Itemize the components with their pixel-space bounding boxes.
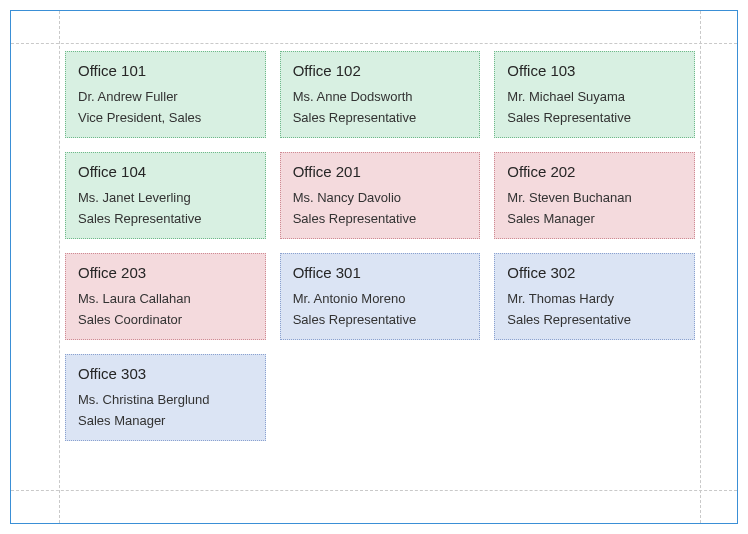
office-card: Office 302 Mr. Thomas Hardy Sales Repres… [494,253,695,340]
person-name: Ms. Christina Berglund [78,392,253,407]
person-role: Sales Representative [78,211,253,226]
office-card: Office 303 Ms. Christina Berglund Sales … [65,354,266,441]
office-card: Office 202 Mr. Steven Buchanan Sales Man… [494,152,695,239]
report-page: Office 101 Dr. Andrew Fuller Vice Presid… [10,10,738,524]
office-number: Office 101 [78,62,253,79]
office-number: Office 301 [293,264,468,281]
person-role: Sales Manager [78,413,253,428]
person-name: Dr. Andrew Fuller [78,89,253,104]
margin-guide-bottom [11,490,737,491]
person-role: Sales Representative [293,110,468,125]
office-number: Office 203 [78,264,253,281]
office-card: Office 301 Mr. Antonio Moreno Sales Repr… [280,253,481,340]
person-role: Sales Coordinator [78,312,253,327]
office-number: Office 303 [78,365,253,382]
person-role: Sales Representative [507,110,682,125]
person-name: Ms. Anne Dodsworth [293,89,468,104]
person-name: Ms. Laura Callahan [78,291,253,306]
office-number: Office 103 [507,62,682,79]
person-name: Mr. Antonio Moreno [293,291,468,306]
office-number: Office 302 [507,264,682,281]
person-name: Mr. Thomas Hardy [507,291,682,306]
office-card: Office 102 Ms. Anne Dodsworth Sales Repr… [280,51,481,138]
person-role: Sales Representative [507,312,682,327]
office-number: Office 102 [293,62,468,79]
office-card: Office 101 Dr. Andrew Fuller Vice Presid… [65,51,266,138]
person-name: Mr. Michael Suyama [507,89,682,104]
cards-grid: Office 101 Dr. Andrew Fuller Vice Presid… [65,51,695,441]
person-role: Sales Manager [507,211,682,226]
office-number: Office 201 [293,163,468,180]
office-number: Office 202 [507,163,682,180]
person-name: Ms. Nancy Davolio [293,190,468,205]
person-name: Ms. Janet Leverling [78,190,253,205]
person-role: Vice President, Sales [78,110,253,125]
margin-guide-right [700,11,701,523]
person-name: Mr. Steven Buchanan [507,190,682,205]
office-card: Office 104 Ms. Janet Leverling Sales Rep… [65,152,266,239]
office-card: Office 201 Ms. Nancy Davolio Sales Repre… [280,152,481,239]
office-number: Office 104 [78,163,253,180]
person-role: Sales Representative [293,211,468,226]
person-role: Sales Representative [293,312,468,327]
margin-guide-top [11,43,737,44]
office-card: Office 203 Ms. Laura Callahan Sales Coor… [65,253,266,340]
office-card: Office 103 Mr. Michael Suyama Sales Repr… [494,51,695,138]
margin-guide-left [59,11,60,523]
